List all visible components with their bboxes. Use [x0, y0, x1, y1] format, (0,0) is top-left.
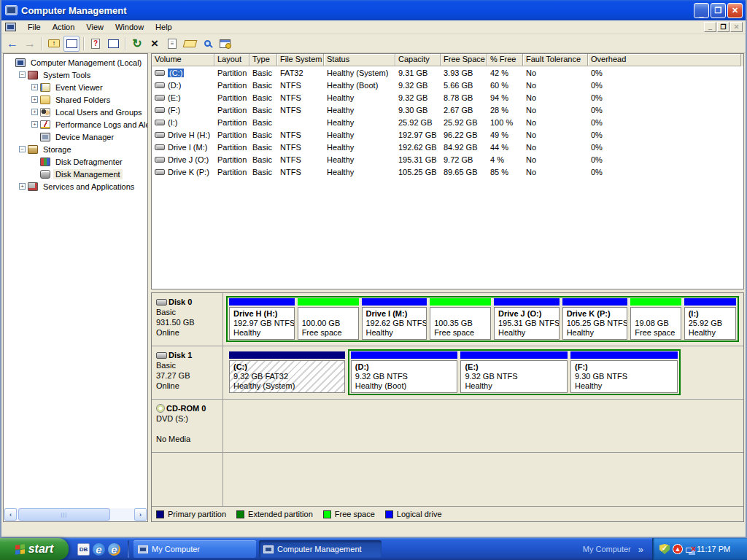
delete-icon[interactable]: × [147, 36, 163, 52]
volume-row-i[interactable]: (I:)PartitionBasicHealthy25.92 GB25.92 G… [152, 116, 743, 128]
tree-item-computer-management-local[interactable]: Computer Management (Local) [4, 56, 147, 69]
desktop-band[interactable]: My Computer » [574, 538, 652, 560]
volume-row-drive-h-h[interactable]: Drive H (H:)PartitionBasicNTFSHealthy192… [152, 128, 743, 141]
volume-row-c[interactable]: (C:)PartitionBasicFAT32Healthy (System)9… [152, 66, 743, 79]
menu-file[interactable]: File [22, 21, 47, 33]
mdi-minimize-button[interactable]: _ [704, 22, 716, 32]
column-header-layout[interactable]: Layout [214, 54, 249, 66]
tree-item-disk-defragmenter[interactable]: Disk Defragmenter [4, 155, 147, 168]
scroll-right-button[interactable]: › [134, 508, 147, 521]
snap-in-icon[interactable] [217, 36, 233, 52]
column-header-free-space[interactable]: Free Space [441, 54, 487, 66]
forward-icon[interactable]: → [22, 36, 38, 52]
window-icon [138, 545, 148, 553]
expand-icon[interactable]: + [31, 84, 38, 90]
close-button[interactable]: ✕ [727, 3, 743, 18]
scroll-left-button[interactable]: ‹ [4, 508, 17, 521]
tree-item-system-tools[interactable]: −System Tools [4, 69, 147, 81]
tree-item-local-users-and-groups[interactable]: +Local Users and Groups [4, 106, 147, 118]
task-button-computer-management[interactable]: Computer Management [259, 540, 382, 558]
partition-block-f[interactable]: (F:)9.30 GB NTFSHealthy [570, 351, 678, 393]
volume-row-drive-i-m[interactable]: Drive I (M:)PartitionBasicNTFSHealthy192… [152, 141, 743, 153]
start-button[interactable]: start [0, 538, 69, 560]
column-header-type[interactable]: Type [249, 54, 277, 66]
column-header-file-system[interactable]: File System [277, 54, 324, 66]
menu-action[interactable]: Action [47, 21, 81, 33]
disk-info-disk-1[interactable]: Disk 1Basic37.27 GBOnline [152, 346, 223, 399]
expand-icon[interactable]: + [31, 96, 38, 103]
titlebar[interactable]: Computer Management _ ❐ ✕ [1, 0, 746, 20]
tree-item-device-manager[interactable]: Device Manager [4, 131, 147, 143]
volume-row-drive-j-o[interactable]: Drive J (O:)PartitionBasicNTFSHealthy195… [152, 153, 743, 166]
cell-free: 89.65 GB [441, 168, 487, 176]
column-header-capacity[interactable]: Capacity [395, 54, 441, 66]
internet-explorer-alt-icon[interactable]: e [108, 543, 120, 556]
show-hide-console-tree-icon[interactable] [63, 36, 80, 52]
disk-info-disk-0[interactable]: Disk 0Basic931.50 GBOnline [152, 293, 223, 346]
tree-item-disk-management[interactable]: Disk Management [4, 168, 147, 180]
partition-block-drive-i-m[interactable]: Drive I (M:)192.62 GB NTFSHealthy [362, 298, 427, 340]
network-offline-icon[interactable] [686, 548, 692, 553]
collapse-icon[interactable]: − [19, 71, 26, 78]
collapse-icon[interactable]: − [19, 146, 26, 152]
up-one-level-icon[interactable]: ↑ [46, 36, 62, 52]
partition-block-drive-j-o[interactable]: Drive J (O:)195.31 GB NTFSHealthy [494, 298, 560, 340]
partition-block-c[interactable]: (C:)9.32 GB FAT32Healthy (System) [229, 351, 345, 393]
minimize-button[interactable]: _ [694, 3, 709, 18]
disk-status: No Media [156, 434, 220, 444]
column-header-fault-tolerance[interactable]: Fault Tolerance [523, 54, 588, 66]
column-header-volume[interactable]: Volume [152, 54, 214, 66]
free-space-block[interactable]: 100.35 GBFree space [430, 298, 491, 340]
tree-item-label: Device Manager [53, 132, 116, 142]
menu-window[interactable]: Window [109, 21, 150, 33]
tree-item-performance-logs-and-alert[interactable]: +Performance Logs and Alert: [4, 118, 147, 131]
help-icon[interactable]: ? [88, 36, 104, 52]
partition-block-d[interactable]: (D:)9.32 GB NTFSHealthy (Boot) [351, 351, 458, 393]
expand-icon[interactable]: + [31, 109, 38, 115]
mdi-child-icon[interactable] [5, 23, 16, 31]
scrollbar-track[interactable]: ||| [17, 508, 134, 521]
expand-icon[interactable]: + [19, 183, 26, 190]
mdi-restore-button[interactable]: ❐ [717, 22, 729, 32]
tree-item-shared-folders[interactable]: +Shared Folders [4, 93, 147, 106]
volume-row-f[interactable]: (F:)PartitionBasicNTFSHealthy9.30 GB2.67… [152, 104, 743, 116]
task-button-label: My Computer [152, 545, 200, 553]
partition-block-i[interactable]: (I:)25.92 GBHealthy [684, 298, 736, 340]
task-button-my-computer[interactable]: My Computer [133, 540, 256, 558]
restore-button[interactable]: ❐ [711, 3, 726, 18]
show-hide-action-pane-icon[interactable] [105, 36, 121, 52]
free-space-block[interactable]: 100.00 GBFree space [298, 298, 359, 340]
tree-horizontal-scrollbar[interactable]: ‹ ||| › [4, 508, 147, 521]
disk-info-cd-rom-0[interactable]: CD-ROM 0DVD (S:)No Media [152, 400, 223, 452]
column-header-status[interactable]: Status [324, 54, 395, 66]
expand-icon[interactable]: + [31, 121, 38, 128]
internet-explorer-icon[interactable]: e [93, 543, 105, 556]
tree-item-event-viewer[interactable]: +Event Viewer [4, 81, 147, 93]
partition-block-drive-h-h[interactable]: Drive H (H:)192.97 GB NTFSHealthy [229, 298, 295, 340]
volume-row-e[interactable]: (E:)PartitionBasicNTFSHealthy9.32 GB8.78… [152, 91, 743, 104]
chevron-icon[interactable]: » [638, 544, 643, 555]
properties-icon[interactable]: ≡ [164, 36, 180, 52]
column-header-overhead[interactable]: Overhead [588, 54, 741, 66]
back-icon[interactable]: ← [4, 36, 20, 52]
volume-row-d[interactable]: (D:)PartitionBasicNTFSHealthy (Boot)9.32… [152, 79, 743, 91]
disk-kind: Basic [156, 360, 220, 370]
refresh-icon[interactable]: ↻ [129, 36, 145, 52]
open-icon[interactable] [182, 36, 198, 52]
column-header-free[interactable]: % Free [487, 54, 523, 66]
partition-block-drive-k-p[interactable]: Drive K (P:)105.25 GB NTFSHealthy [562, 298, 628, 340]
db-icon[interactable]: DB [77, 543, 90, 556]
search-icon[interactable] [199, 36, 215, 52]
scrollbar-thumb[interactable]: ||| [18, 508, 110, 521]
menu-help[interactable]: Help [150, 21, 178, 33]
volume-icon [155, 95, 165, 101]
security-shield-icon[interactable]: ✓ [659, 544, 670, 554]
free-space-block[interactable]: 19.08 GBFree space [630, 298, 681, 340]
tree-item-storage[interactable]: −Storage [4, 143, 147, 155]
taskbar-clock[interactable]: 11:17 PM [697, 545, 730, 553]
volume-row-drive-k-p[interactable]: Drive K (P:)PartitionBasicNTFSHealthy105… [152, 166, 743, 178]
tree-item-services-and-applications[interactable]: +Services and Applications [4, 180, 147, 192]
partition-block-e[interactable]: (E:)9.32 GB NTFSHealthy [460, 351, 568, 393]
security-alert-icon[interactable] [673, 544, 683, 554]
menu-view[interactable]: View [80, 21, 109, 33]
